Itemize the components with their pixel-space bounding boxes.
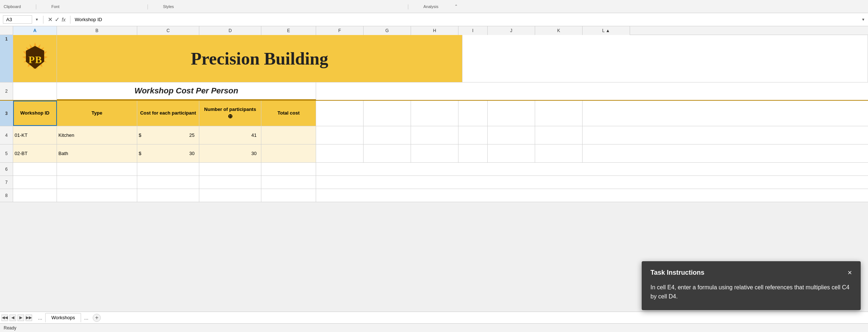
cell-e4[interactable]: [261, 126, 316, 144]
row-1: 1 P B Precision Bui: [0, 35, 868, 82]
row-num-5: 5: [0, 144, 13, 162]
row5-right: [583, 144, 868, 162]
cell-c4[interactable]: $ 25: [137, 126, 199, 144]
row-4: 4 01-KT Kitchen $ 25 41: [0, 126, 868, 144]
col-header-c[interactable]: C: [137, 26, 199, 35]
cell-ref-value: A3: [6, 17, 12, 22]
cell-f3[interactable]: [316, 101, 364, 126]
nav-prev[interactable]: ◀: [9, 314, 16, 321]
row-num-2: 2: [0, 82, 13, 100]
row-num-1: 1: [0, 35, 13, 82]
formula-expand-icon[interactable]: ▼: [861, 18, 865, 22]
clipboard-group: Clipboard: [4, 4, 21, 9]
cell-e5[interactable]: [261, 144, 316, 162]
cell-b3[interactable]: Type: [57, 101, 137, 126]
cell-a5[interactable]: 02-BT: [13, 144, 57, 162]
pb-logo-icon: P B: [17, 40, 53, 77]
cell-k4[interactable]: [535, 126, 583, 144]
col-header-a[interactable]: A: [13, 26, 57, 35]
sheet-navigation[interactable]: ◀◀ ◀ ▶ ▶▶: [1, 314, 32, 321]
confirm-icon[interactable]: ✓: [55, 16, 59, 23]
col-header-d[interactable]: D: [199, 26, 261, 35]
cell-j4[interactable]: [488, 126, 535, 144]
cell-g3[interactable]: [364, 101, 411, 126]
styles-group: Styles: [163, 4, 174, 9]
sheet-dots-right[interactable]: ...: [81, 315, 91, 321]
sheet-dots-left[interactable]: ...: [35, 315, 45, 321]
svg-text:P: P: [28, 54, 35, 65]
cell-j3[interactable]: [488, 101, 535, 126]
task-instructions-panel: Task Instructions × In cell E4, enter a …: [642, 261, 861, 310]
cell-d5[interactable]: 30: [199, 144, 261, 162]
cell-c3[interactable]: Cost for each participant: [137, 101, 199, 126]
workshop-id-header: Workshop ID: [15, 110, 55, 116]
workshop-cost-title: Workshop Cost Per Person: [134, 86, 238, 96]
nav-last[interactable]: ▶▶: [26, 314, 32, 321]
row-6: 6: [0, 163, 868, 176]
formula-bar-dropdown-icon[interactable]: ▼: [35, 18, 39, 22]
value-c5: 30: [189, 151, 195, 156]
col-header-f[interactable]: F: [316, 26, 364, 35]
status-bar: Ready: [0, 323, 868, 332]
logo-cell: P B: [13, 35, 57, 82]
cell-e3[interactable]: Total cost: [261, 101, 316, 126]
cell-g4[interactable]: [364, 126, 411, 144]
function-icon[interactable]: fx: [62, 17, 66, 23]
row2-empty-right: [316, 82, 868, 100]
col-header-l[interactable]: L ▲: [583, 26, 630, 35]
cell-d4[interactable]: 41: [199, 126, 261, 144]
row-num-4: 4: [0, 126, 13, 144]
number-header: Number of participants ⊕: [201, 107, 260, 120]
formula-bar: A3 ▼ ✕ ✓ fx ▼: [0, 13, 868, 26]
cell-i4[interactable]: [458, 126, 488, 144]
cell-j5[interactable]: [488, 144, 535, 162]
cell-f4[interactable]: [316, 126, 364, 144]
add-sheet-button[interactable]: +: [93, 314, 101, 322]
cell-a4[interactable]: 01-KT: [13, 126, 57, 144]
cell-c5[interactable]: $ 30: [137, 144, 199, 162]
row-2: 2 Workshop Cost Per Person: [0, 82, 868, 101]
cell-reference-box[interactable]: A3: [3, 15, 32, 24]
company-title: Precision Building: [191, 49, 329, 69]
cell-a3[interactable]: Workshop ID: [13, 101, 57, 126]
col-header-e[interactable]: E: [261, 26, 316, 35]
col-header-h[interactable]: H: [411, 26, 458, 35]
column-headers: A B C D E F G H I J K L ▲: [0, 26, 868, 35]
cell-g5[interactable]: [364, 144, 411, 162]
corner-cell: [0, 26, 13, 35]
col-header-g[interactable]: G: [364, 26, 411, 35]
currency-symbol-c4: $: [139, 132, 141, 138]
nav-next[interactable]: ▶: [18, 314, 24, 321]
cell-i5[interactable]: [458, 144, 488, 162]
task-panel-body: In cell E4, enter a formula using relati…: [650, 283, 852, 301]
cell-h5[interactable]: [411, 144, 458, 162]
status-text: Ready: [4, 325, 16, 331]
cancel-icon[interactable]: ✕: [48, 16, 53, 23]
value-c4: 25: [189, 132, 195, 138]
nav-first[interactable]: ◀◀: [1, 314, 8, 321]
row-5: 5 02-BT Bath $ 30 30: [0, 144, 868, 163]
cell-i3[interactable]: [458, 101, 488, 126]
cell-b5[interactable]: Bath: [57, 144, 137, 162]
sheet-tab-workshops[interactable]: Workshops: [45, 313, 81, 323]
type-header: Type: [58, 110, 135, 116]
col-header-j[interactable]: J: [488, 26, 535, 35]
cell-f5[interactable]: [316, 144, 364, 162]
formula-bar-icons: ✕ ✓ fx: [48, 16, 66, 23]
cell-b4[interactable]: Kitchen: [57, 126, 137, 144]
cell-k5[interactable]: [535, 144, 583, 162]
row-7: 7: [0, 176, 868, 189]
formula-input[interactable]: [75, 17, 859, 22]
col-header-k[interactable]: K: [535, 26, 583, 35]
cell-h4[interactable]: [411, 126, 458, 144]
total-cost-header: Total cost: [263, 110, 314, 116]
currency-symbol-c5: $: [139, 151, 141, 156]
task-panel-title: Task Instructions: [650, 269, 704, 277]
row2-a-empty: [13, 82, 57, 100]
cell-h3[interactable]: [411, 101, 458, 126]
col-header-i[interactable]: I: [458, 26, 488, 35]
cell-d3[interactable]: Number of participants ⊕: [199, 101, 261, 126]
task-panel-close-button[interactable]: ×: [848, 269, 852, 277]
col-header-b[interactable]: B: [57, 26, 137, 35]
cell-k3[interactable]: [535, 101, 583, 126]
